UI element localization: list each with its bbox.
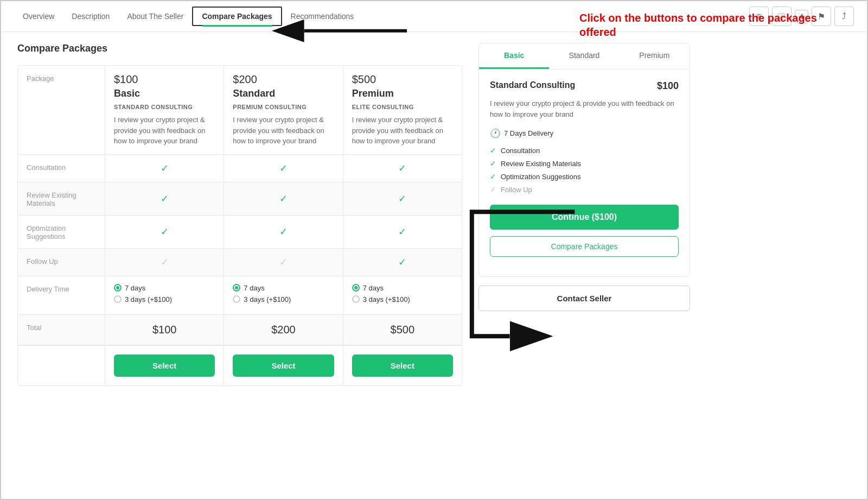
compare-packages-link[interactable]: Compare Packages	[490, 236, 679, 257]
basic-price: $100	[114, 73, 215, 86]
review-premium: ✓	[343, 182, 462, 216]
select-standard-button[interactable]: Select	[233, 355, 334, 377]
check-basic-review: ✓	[161, 193, 169, 205]
review-label: Review Existing Materials	[18, 182, 105, 216]
delivery-standard: 7 days 3 days (+$100)	[224, 276, 342, 315]
basic-type: STANDARD CONSULTING	[114, 104, 215, 110]
check-icon-optimization: ✓	[490, 172, 496, 181]
optimization-standard: ✓	[224, 216, 342, 249]
contact-seller-button[interactable]: Contact Seller	[478, 286, 690, 311]
check-basic-optimization: ✓	[161, 226, 169, 238]
review-standard: ✓	[224, 182, 342, 216]
delivery-premium: 7 days 3 days (+$100)	[343, 276, 462, 315]
total-label: Total	[18, 315, 105, 345]
check-standard-followup: ✓	[279, 256, 288, 268]
check-basic-followup: ✓	[161, 256, 169, 268]
select-basic-button[interactable]: Select	[114, 355, 215, 377]
check-icon-consultation: ✓	[490, 146, 496, 155]
feature-optimization: ✓ Optimization Suggestions	[490, 172, 679, 181]
nav-compare-packages[interactable]: Compare Packages	[192, 7, 282, 26]
nav-about-seller[interactable]: About The Seller	[118, 8, 192, 25]
radio-standard-3days[interactable]	[233, 295, 240, 303]
optimization-premium: ✓	[343, 216, 462, 249]
followup-basic: ✓	[105, 249, 224, 276]
basic-desc: I review your crypto project & provide y…	[114, 115, 215, 147]
premium-name: Premium	[352, 88, 453, 99]
standard-desc: I review your crypto project & provide y…	[233, 115, 334, 147]
total-standard: $200	[224, 315, 342, 345]
package-card-header: Standard Consulting $100	[490, 80, 679, 92]
feature-review: ✓ Review Existing Materials	[490, 159, 679, 168]
nav-overview[interactable]: Overview	[14, 8, 63, 25]
package-card: Basic Standard Premium Standard Consulti…	[478, 43, 690, 277]
clock-icon: 🕐	[490, 128, 501, 138]
check-icon-followup: ✓	[490, 185, 496, 194]
check-standard-review: ✓	[279, 193, 288, 205]
right-panel: Basic Standard Premium Standard Consulti…	[478, 43, 690, 386]
check-standard-optimization: ✓	[279, 226, 288, 238]
select-premium-cell: Select	[343, 346, 462, 385]
annotation-text: Click on the buttons to compare the pack…	[579, 11, 840, 39]
delivery-label: Delivery Time	[18, 276, 105, 315]
check-premium-consultation: ✓	[398, 162, 406, 174]
tab-basic[interactable]: Basic	[479, 43, 549, 69]
delivery-text: 7 Days Delivery	[504, 129, 553, 137]
package-card-body: Standard Consulting $100 I review your c…	[479, 69, 690, 276]
standard-price: $200	[233, 73, 334, 86]
check-standard-consultation: ✓	[279, 162, 288, 174]
premium-desc: I review your crypto project & provide y…	[352, 115, 453, 147]
standard-type: PREMIUM CONSULTING	[233, 104, 334, 110]
package-tabs: Basic Standard Premium	[479, 43, 690, 69]
total-premium: $500	[343, 315, 462, 345]
nav-description[interactable]: Description	[63, 8, 118, 25]
premium-type: ELITE CONSULTING	[352, 104, 453, 110]
select-premium-button[interactable]: Select	[352, 355, 453, 377]
feature-followup: ✓ Follow Up	[490, 185, 679, 194]
review-basic: ✓	[105, 182, 224, 216]
standard-package-header: $200 Standard PREMIUM CONSULTING I revie…	[224, 66, 342, 155]
radio-standard-7days[interactable]	[233, 284, 240, 292]
followup-label: Follow Up	[18, 249, 105, 276]
followup-standard: ✓	[224, 249, 342, 276]
nav-recommendations[interactable]: Recommendations	[282, 8, 363, 25]
total-basic: $100	[105, 315, 224, 345]
premium-package-header: $500 Premium ELITE CONSULTING I review y…	[343, 66, 462, 155]
tab-standard[interactable]: Standard	[549, 43, 619, 69]
package-card-title: Standard Consulting	[490, 80, 575, 90]
compare-table: Package $100 Basic STANDARD CONSULTING I…	[17, 65, 462, 386]
check-basic-consultation: ✓	[161, 162, 169, 174]
check-premium-optimization: ✓	[398, 226, 406, 238]
tab-premium[interactable]: Premium	[620, 43, 690, 69]
check-premium-followup: ✓	[398, 256, 406, 268]
basic-name: Basic	[114, 88, 215, 99]
delivery-info: 🕐 7 Days Delivery	[490, 128, 679, 138]
radio-basic-7days[interactable]	[114, 284, 122, 292]
standard-name: Standard	[233, 88, 334, 99]
feature-consultation: ✓ Consultation	[490, 146, 679, 155]
delivery-basic: 7 days 3 days (+$100)	[105, 276, 224, 315]
package-label: Package	[18, 66, 105, 155]
select-standard-cell: Select	[224, 346, 342, 385]
radio-premium-3days[interactable]	[352, 295, 360, 303]
select-basic-cell: Select	[105, 346, 224, 385]
consultation-label: Consultation	[18, 155, 105, 182]
section-title: Compare Packages	[17, 43, 462, 54]
check-icon-review: ✓	[490, 159, 496, 168]
followup-premium: ✓	[343, 249, 462, 276]
radio-basic-3days[interactable]	[114, 295, 122, 303]
feature-list: ✓ Consultation ✓ Review Existing Materia…	[490, 146, 679, 194]
basic-package-header: $100 Basic STANDARD CONSULTING I review …	[105, 66, 224, 155]
radio-premium-7days[interactable]	[352, 284, 360, 292]
select-empty-label	[18, 346, 105, 385]
optimization-basic: ✓	[105, 216, 224, 249]
contact-seller-wrapper: Contact Seller	[478, 277, 690, 311]
share-icon: ⤴	[842, 11, 846, 21]
optimization-label: Optimization Suggestions	[18, 216, 105, 249]
consultation-basic: ✓	[105, 155, 224, 182]
premium-price: $500	[352, 73, 453, 86]
continue-button[interactable]: Continue ($100)	[490, 205, 679, 230]
consultation-premium: ✓	[343, 155, 462, 182]
check-premium-review: ✓	[398, 193, 406, 205]
package-card-desc: I review your crypto project & provide y…	[490, 98, 679, 119]
package-card-price: $100	[657, 80, 679, 92]
